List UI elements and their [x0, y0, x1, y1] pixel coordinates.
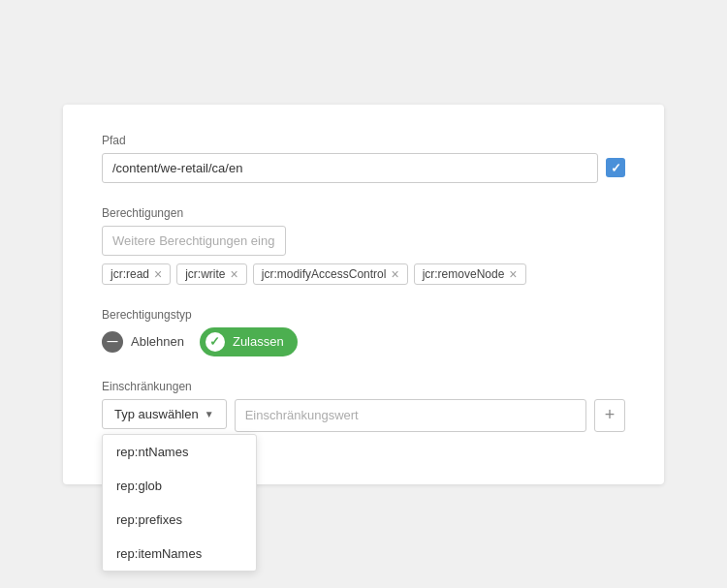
radio-group: Ablehnen Zulassen	[102, 327, 625, 356]
allow-label: Zulassen	[233, 334, 284, 349]
allow-icon	[205, 332, 225, 352]
dropdown-item-prefixes[interactable]: rep:prefixes	[103, 503, 256, 537]
main-card: Pfad Berechtigungen jcr:read × jcr:write…	[63, 105, 664, 484]
tag-jcr-removenode-close[interactable]: ×	[509, 267, 517, 281]
berechtigungstyp-label: Berechtigungstyp	[102, 308, 625, 322]
plus-icon: +	[605, 405, 616, 425]
tag-jcr-write: jcr:write ×	[176, 263, 247, 285]
dropdown-menu: rep:ntNames rep:glob rep:prefixes rep:it…	[102, 434, 257, 572]
tag-jcr-read: jcr:read ×	[102, 263, 171, 285]
pfad-input[interactable]	[102, 153, 598, 183]
tag-jcr-read-close[interactable]: ×	[154, 267, 162, 281]
dropdown-item-glob[interactable]: rep:glob	[103, 469, 256, 503]
deny-icon	[102, 331, 123, 353]
tag-jcr-write-close[interactable]: ×	[231, 267, 238, 281]
tag-jcr-modifyaccesscontrol-close[interactable]: ×	[391, 267, 398, 281]
dropdown-item-ntnames[interactable]: rep:ntNames	[103, 435, 256, 469]
berechtigungstyp-group: Berechtigungstyp Ablehnen Zulassen	[102, 308, 625, 356]
restriction-value-input[interactable]	[235, 399, 586, 432]
einschraenkungen-group: Einschränkungen Typ auswählen ▼ rep:ntNa…	[102, 380, 625, 432]
tag-jcr-modifyaccesscontrol: jcr:modifyAccessControl ×	[253, 263, 408, 285]
einschraenkungen-label: Einschränkungen	[102, 380, 625, 393]
berechtigungen-label: Berechtigungen	[102, 206, 625, 220]
typ-select[interactable]: Typ auswählen ▼	[102, 399, 227, 429]
dropdown-item-itemnames[interactable]: rep:itemNames	[103, 537, 256, 571]
deny-label: Ablehnen	[131, 334, 184, 349]
restriction-row: Typ auswählen ▼ rep:ntNames rep:glob rep…	[102, 399, 625, 432]
add-restriction-button[interactable]: +	[594, 399, 625, 432]
tags-row: jcr:read × jcr:write × jcr:modifyAccessC…	[102, 263, 625, 285]
tag-jcr-modifyaccesscontrol-label: jcr:modifyAccessControl	[262, 267, 387, 281]
pfad-checkbox[interactable]	[606, 158, 625, 177]
pfad-label: Pfad	[102, 134, 625, 147]
deny-option[interactable]: Ablehnen	[102, 331, 184, 353]
chevron-down-icon: ▼	[205, 409, 214, 419]
pfad-group: Pfad	[102, 134, 625, 183]
allow-option[interactable]: Zulassen	[200, 327, 298, 356]
tag-jcr-removenode: jcr:removeNode ×	[414, 263, 526, 285]
pfad-input-row	[102, 153, 625, 183]
select-wrapper: Typ auswählen ▼ rep:ntNames rep:glob rep…	[102, 399, 227, 432]
tag-jcr-read-label: jcr:read	[111, 267, 149, 281]
berechtigungen-group: Berechtigungen jcr:read × jcr:write × jc…	[102, 206, 625, 285]
berechtigungen-input[interactable]	[102, 226, 286, 256]
tag-jcr-removenode-label: jcr:removeNode	[423, 267, 505, 281]
typ-select-label: Typ auswählen	[114, 407, 199, 421]
tag-jcr-write-label: jcr:write	[185, 267, 225, 281]
